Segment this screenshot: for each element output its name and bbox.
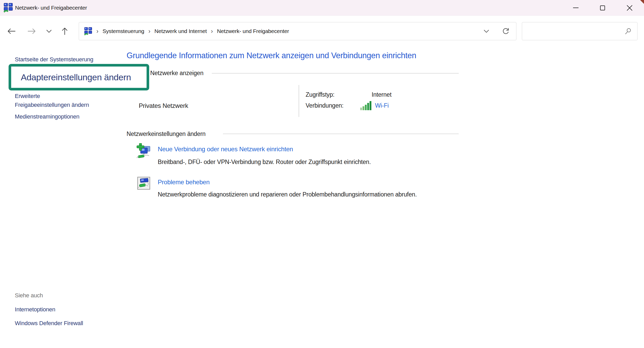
back-button[interactable] (6, 27, 17, 36)
close-icon (627, 5, 633, 11)
breadcrumb-separator: › (148, 28, 150, 35)
task-description-new-connection: Breitband-, DFÜ- oder VPN-Verbindung bzw… (158, 157, 442, 167)
breadcrumb-item-netzwerk-und-internet[interactable]: Netzwerk und Internet (154, 28, 207, 34)
network-name: Privates Netzwerk (139, 102, 188, 109)
sidebar-item-advanced-sharing-line1: Erweiterte (15, 92, 89, 101)
task-description-troubleshoot: Netzwerkprobleme diagnostizieren und rep… (158, 190, 442, 199)
search-input[interactable] (522, 22, 625, 40)
refresh-icon[interactable] (502, 27, 510, 35)
breadcrumb-item-netzwerk-freigabecenter[interactable]: Netzwerk- und Freigabecenter (217, 28, 289, 34)
page-title: Grundlegende Informationen zum Netzwerk … (127, 51, 416, 60)
breadcrumb-item-systemsteuerung[interactable]: Systemsteuerung (102, 28, 144, 34)
sidebar-item-advanced-sharing-settings[interactable]: Erweiterte Freigabeeinstellungen ändern (15, 92, 89, 109)
maximize-icon (600, 5, 605, 10)
section-label-view-networks: Netzwerke anzeigen (150, 70, 203, 77)
sidebar-group-see-also: Siehe auch (15, 292, 43, 299)
connections-label: Verbindungen: (306, 102, 344, 109)
sidebar-item-windows-defender-firewall[interactable]: Windows Defender Firewall (15, 320, 83, 327)
sidebar-item-control-panel-home[interactable]: Startseite der Systemsteuerung (15, 56, 93, 63)
annotation-highlight-box: Adaptereinstellungen ändern (9, 64, 149, 90)
maximize-button[interactable] (593, 0, 612, 16)
toolbar: › Systemsteuerung › Netzwerk und Interne… (0, 16, 644, 45)
address-bar[interactable]: › Systemsteuerung › Netzwerk und Interne… (79, 22, 516, 40)
search-icon[interactable] (625, 28, 632, 35)
wifi-connection-link[interactable]: Wi-Fi (375, 102, 389, 109)
sidebar-item-advanced-sharing-line2: Freigabeeinstellungen ändern (15, 101, 89, 109)
breadcrumb-separator: › (96, 28, 98, 35)
minimize-button[interactable] (566, 0, 585, 16)
screen-corner-artifact (640, 0, 644, 4)
sidebar-item-internet-options[interactable]: Internetoptionen (15, 306, 55, 313)
access-type-label: Zugriffstyp: (306, 91, 334, 98)
sidebar-item-change-adapter-settings[interactable]: Adaptereinstellungen ändern (21, 72, 131, 82)
minimize-icon (573, 8, 579, 8)
forward-button[interactable] (27, 27, 37, 36)
troubleshoot-icon (137, 177, 151, 191)
new-connection-icon (136, 143, 151, 159)
sidebar-item-media-streaming-options[interactable]: Medienstreamingoptionen (15, 113, 80, 120)
search-box (522, 22, 638, 40)
network-sharing-center-icon (84, 27, 92, 36)
address-dropdown-chevron-icon[interactable] (484, 30, 489, 33)
title-bar: Netzwerk- und Freigabecenter (0, 0, 644, 16)
task-link-new-connection[interactable]: Neue Verbindung oder neues Netzwerk einr… (158, 146, 293, 153)
network-column-divider (299, 85, 299, 117)
close-button[interactable] (620, 0, 639, 16)
wifi-signal-icon (360, 101, 373, 110)
recent-pages-chevron-icon[interactable] (46, 30, 52, 33)
task-link-troubleshoot[interactable]: Probleme beheben (158, 179, 210, 186)
window-title: Netzwerk- und Freigabecenter (15, 0, 87, 16)
section-label-change-settings: Netzwerkeinstellungen ändern (127, 130, 206, 137)
access-type-value: Internet (372, 91, 391, 98)
section-divider (223, 134, 459, 134)
network-sharing-center-icon (4, 3, 13, 13)
address-bar-actions (484, 27, 510, 35)
section-divider (212, 73, 459, 74)
breadcrumb-separator: › (211, 28, 213, 35)
up-button[interactable] (60, 26, 69, 36)
